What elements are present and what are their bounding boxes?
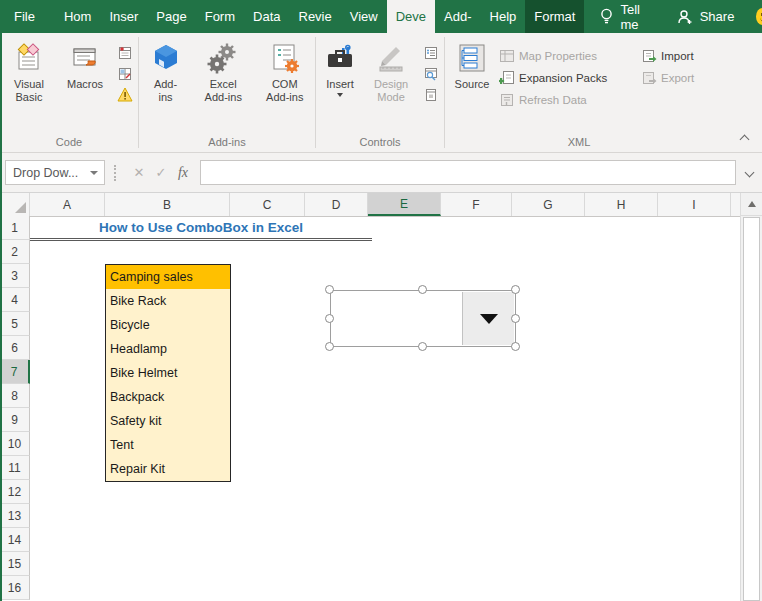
name-box-dropdown-icon[interactable] bbox=[90, 171, 98, 175]
row-header-4[interactable]: 4 bbox=[0, 288, 30, 312]
view-code-icon[interactable] bbox=[422, 65, 440, 82]
row-header-1[interactable]: 1 bbox=[0, 216, 30, 240]
design-mode-label-2: Mode bbox=[377, 91, 405, 103]
row-header-14[interactable]: 14 bbox=[0, 528, 30, 552]
lightbulb-icon bbox=[600, 8, 613, 25]
com-add-ins-label-1: COM bbox=[272, 78, 298, 90]
design-mode-icon bbox=[376, 41, 406, 75]
expansion-packs-button[interactable]: Expansion Packs bbox=[499, 68, 641, 87]
column-header-e-selected[interactable]: E bbox=[368, 193, 441, 216]
collapse-ribbon-chevron-icon[interactable] bbox=[741, 134, 749, 142]
list-item-cell[interactable]: Backpack bbox=[106, 385, 230, 409]
list-header-cell[interactable]: Camping sales bbox=[106, 265, 230, 289]
selection-handle-top-middle[interactable] bbox=[418, 285, 427, 294]
row-header-15[interactable]: 15 bbox=[0, 552, 30, 576]
feedback-smiley-icon[interactable] bbox=[756, 8, 762, 25]
selection-handle-middle-left[interactable] bbox=[325, 314, 334, 323]
share-button[interactable]: Share bbox=[661, 9, 751, 25]
tell-me-label: Tell me bbox=[620, 2, 644, 32]
list-item-cell[interactable]: Repair Kit bbox=[106, 457, 230, 481]
select-all-corner[interactable] bbox=[0, 193, 30, 216]
column-header-f[interactable]: F bbox=[441, 193, 512, 216]
worksheet-area: A B C D E F G H I 1 2 3 4 5 6 7 8 9 10 1… bbox=[0, 193, 762, 601]
insert-function-button[interactable]: fx bbox=[172, 162, 194, 184]
row-header-3[interactable]: 3 bbox=[0, 264, 30, 288]
row-header-16[interactable]: 16 bbox=[0, 576, 30, 600]
tell-me-button[interactable]: Tell me bbox=[584, 2, 660, 32]
run-dialog-icon[interactable] bbox=[422, 86, 440, 103]
map-properties-label: Map Properties bbox=[519, 50, 597, 62]
com-add-ins-button[interactable]: COM Add-ins bbox=[254, 38, 315, 103]
import-icon bbox=[641, 49, 657, 63]
record-macro-icon[interactable] bbox=[116, 44, 134, 61]
tab-data[interactable]: Data bbox=[244, 0, 289, 33]
column-header-i[interactable]: I bbox=[658, 193, 731, 216]
import-button[interactable]: Import bbox=[641, 46, 707, 65]
list-item-cell[interactable]: Safety kit bbox=[106, 409, 230, 433]
selection-handle-top-left[interactable] bbox=[325, 285, 334, 294]
column-header-c[interactable]: C bbox=[230, 193, 305, 216]
developer-ribbon: Visual Basic Macros bbox=[0, 33, 762, 153]
group-label-add-ins: Add-ins bbox=[139, 134, 315, 152]
selection-handle-bottom-left[interactable] bbox=[325, 342, 334, 351]
column-header-d[interactable]: D bbox=[305, 193, 368, 216]
selection-handle-bottom-middle[interactable] bbox=[418, 342, 427, 351]
tab-add-ins[interactable]: Add- bbox=[435, 0, 480, 33]
row-header-13[interactable]: 13 bbox=[0, 504, 30, 528]
list-item-cell[interactable]: Tent bbox=[106, 433, 230, 457]
tab-developer-active[interactable]: Deve bbox=[387, 0, 435, 33]
tab-review[interactable]: Revie bbox=[290, 0, 341, 33]
insert-controls-button[interactable]: Insert bbox=[316, 38, 364, 97]
selection-handle-bottom-right[interactable] bbox=[511, 342, 520, 351]
name-box[interactable]: Drop Dow... bbox=[5, 160, 105, 185]
vertical-scrollbar[interactable] bbox=[740, 193, 762, 601]
list-item-cell[interactable]: Headlamp bbox=[106, 337, 230, 361]
row-header-6[interactable]: 6 bbox=[0, 336, 30, 360]
tab-help[interactable]: Help bbox=[481, 0, 526, 33]
combobox-dropdown-control[interactable] bbox=[330, 290, 516, 347]
add-ins-button[interactable]: Add- ins bbox=[139, 38, 192, 103]
row-header-12[interactable]: 12 bbox=[0, 480, 30, 504]
enter-button[interactable]: ✓ bbox=[150, 162, 172, 184]
macro-security-warning-icon[interactable] bbox=[116, 86, 134, 103]
sheet-title-cell[interactable]: How to Use ComboBox in Excel bbox=[30, 216, 372, 241]
macros-button[interactable]: Macros bbox=[58, 38, 112, 91]
source-button[interactable]: Source bbox=[445, 38, 499, 91]
tab-view[interactable]: View bbox=[341, 0, 387, 33]
row-header-11[interactable]: 11 bbox=[0, 456, 30, 480]
scrollbar-thumb[interactable] bbox=[743, 217, 760, 601]
row-header-10[interactable]: 10 bbox=[0, 432, 30, 456]
column-header-b[interactable]: B bbox=[105, 193, 230, 216]
row-header-8[interactable]: 8 bbox=[0, 384, 30, 408]
scroll-up-button[interactable] bbox=[741, 193, 762, 216]
list-item-cell[interactable]: Bike Rack bbox=[106, 289, 230, 313]
tab-insert[interactable]: Inser bbox=[100, 0, 147, 33]
com-add-ins-icon bbox=[269, 41, 301, 75]
use-relative-references-icon[interactable] bbox=[116, 65, 134, 82]
tab-file[interactable]: File bbox=[0, 0, 49, 33]
combobox-drop-button[interactable] bbox=[462, 292, 514, 345]
tab-home[interactable]: Hom bbox=[55, 0, 100, 33]
row-header-5[interactable]: 5 bbox=[0, 312, 30, 336]
selection-handle-middle-right[interactable] bbox=[511, 314, 520, 323]
expand-formula-bar-icon[interactable] bbox=[746, 169, 754, 177]
list-item-cell[interactable]: Bike Helmet bbox=[106, 361, 230, 385]
row-header-2[interactable]: 2 bbox=[0, 240, 30, 264]
column-header-g[interactable]: G bbox=[512, 193, 585, 216]
column-header-h[interactable]: H bbox=[585, 193, 658, 216]
excel-add-ins-button[interactable]: Excel Add-ins bbox=[192, 38, 254, 103]
visual-basic-button[interactable]: Visual Basic bbox=[0, 38, 58, 103]
column-header-a[interactable]: A bbox=[30, 193, 105, 216]
tab-format-contextual[interactable]: Format bbox=[525, 0, 584, 33]
com-add-ins-label-2: Add-ins bbox=[266, 91, 303, 103]
selection-handle-top-right[interactable] bbox=[511, 285, 520, 294]
refresh-data-label: Refresh Data bbox=[519, 94, 587, 106]
tab-formulas[interactable]: Form bbox=[196, 0, 244, 33]
row-header-7-selected[interactable]: 7 bbox=[0, 360, 30, 384]
tab-page-layout[interactable]: Page bbox=[147, 0, 195, 33]
cancel-button[interactable]: ✕ bbox=[128, 162, 150, 184]
row-header-9[interactable]: 9 bbox=[0, 408, 30, 432]
properties-icon[interactable] bbox=[422, 44, 440, 61]
formula-input[interactable] bbox=[200, 160, 736, 185]
list-item-cell[interactable]: Bicycle bbox=[106, 313, 230, 337]
